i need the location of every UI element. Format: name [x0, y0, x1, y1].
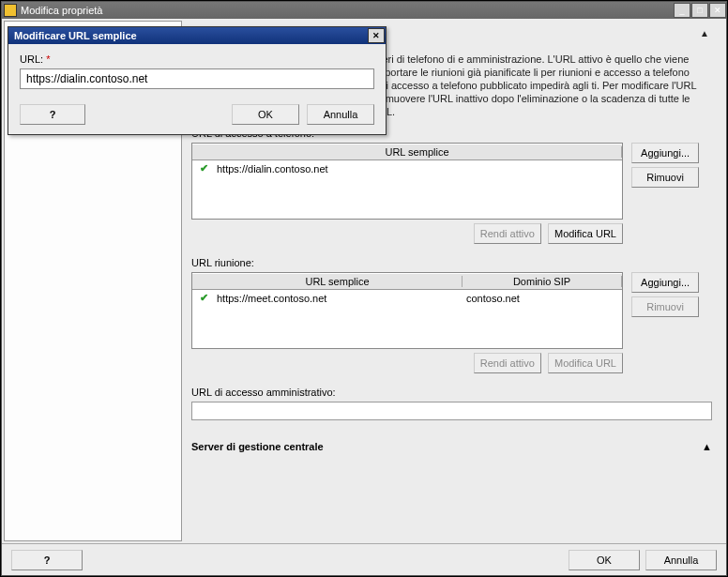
meeting-table: URL semplice Dominio SIP ✔ https://meet.…	[191, 272, 623, 349]
central-server-label: Server di gestione centrale	[191, 441, 324, 452]
dialin-header-url: URL semplice	[213, 146, 622, 158]
url-input[interactable]	[20, 68, 374, 89]
dialin-table: URL semplice ✔ https://dialin.contoso.ne…	[191, 143, 623, 220]
main-cancel-button[interactable]: Annulla	[645, 550, 717, 570]
meeting-edit-url-button: Modifica URL	[548, 353, 623, 373]
app-icon	[4, 4, 17, 17]
main-title: Modifica proprietà	[21, 5, 673, 16]
collapse-up-icon[interactable]: ▲	[700, 28, 709, 38]
window-controls: _ □ ✕	[673, 3, 726, 18]
dialog-close-button[interactable]: ✕	[368, 28, 385, 43]
main-ok-button[interactable]: OK	[569, 550, 640, 570]
close-button[interactable]: ✕	[709, 3, 726, 18]
main-help-button[interactable]: ?	[11, 550, 83, 570]
dialog-help-button[interactable]: ?	[20, 104, 85, 125]
main-titlebar: Modifica proprietà _ □ ✕	[2, 2, 726, 19]
meeting-make-active-button: Rendi attivo	[474, 353, 541, 373]
meeting-remove-button: Rimuovi	[631, 296, 699, 317]
maximize-button[interactable]: □	[691, 3, 708, 18]
edit-url-dialog: Modificare URL semplice ✕ URL: * ? OK An…	[8, 26, 387, 135]
admin-url-input[interactable]	[191, 402, 712, 420]
meeting-url-cell: https://meet.contoso.net	[213, 293, 463, 304]
dialin-edit-url-button[interactable]: Modifica URL	[548, 223, 623, 244]
meeting-add-button[interactable]: Aggiungi...	[631, 272, 699, 293]
central-server-header[interactable]: Server di gestione centrale ▲	[191, 441, 712, 452]
check-icon: ✔	[196, 162, 211, 175]
meeting-header-url: URL semplice	[213, 276, 463, 287]
meeting-sip-cell: contoso.net	[463, 293, 622, 304]
admin-label: URL di accesso amministrativo:	[191, 387, 713, 398]
required-indicator: *	[46, 53, 50, 65]
dialin-remove-button[interactable]: Rimuovi	[631, 167, 699, 188]
table-row[interactable]: ✔ https://meet.contoso.net contoso.net	[192, 290, 622, 307]
collapse-up-icon: ▲	[702, 441, 712, 452]
dialin-url-cell: https://dialin.contoso.net	[213, 163, 622, 175]
dialog-titlebar: Modificare URL semplice ✕	[8, 27, 386, 44]
dialin-add-button[interactable]: Aggiungi...	[631, 143, 699, 163]
main-footer: ? OK Annulla	[2, 543, 726, 575]
dialog-ok-button[interactable]: OK	[232, 104, 299, 125]
dialog-cancel-button[interactable]: Annulla	[307, 104, 374, 125]
table-row[interactable]: ✔ https://dialin.contoso.net	[192, 160, 622, 177]
meeting-label: URL riunione:	[191, 257, 713, 268]
check-icon: ✔	[196, 292, 211, 305]
minimize-button[interactable]: _	[674, 3, 690, 18]
meeting-header-sip: Dominio SIP	[463, 276, 622, 287]
url-field-label: URL: *	[20, 53, 374, 65]
dialog-title: Modificare URL semplice	[14, 30, 137, 41]
dialin-make-active-button: Rendi attivo	[474, 223, 541, 244]
